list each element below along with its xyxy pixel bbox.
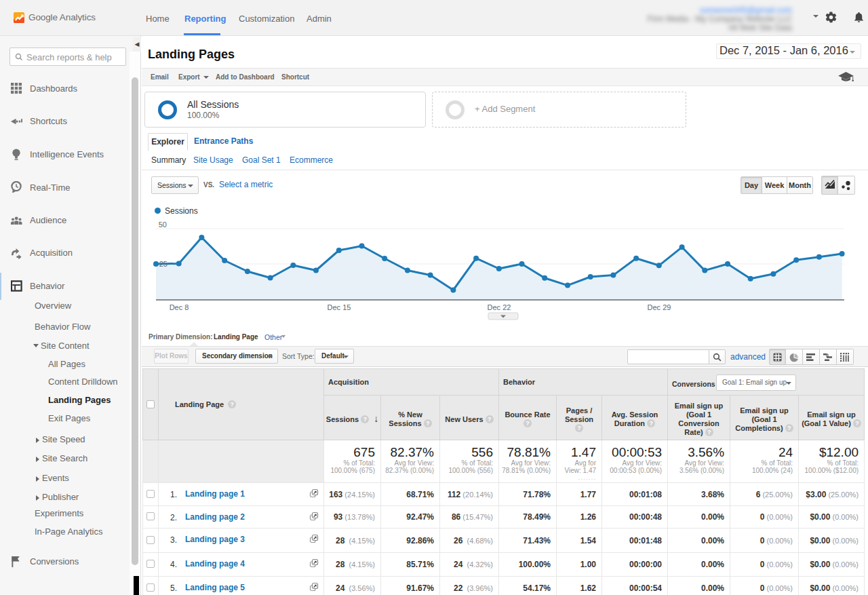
- svg-text:Dec 29: Dec 29: [648, 303, 671, 311]
- svg-text:25: 25: [159, 260, 167, 268]
- svg-text:Dec 15: Dec 15: [328, 303, 351, 311]
- svg-text:Dec 8: Dec 8: [170, 303, 189, 311]
- svg-text:50: 50: [159, 220, 167, 229]
- svg-text:Dec 22: Dec 22: [488, 303, 511, 311]
